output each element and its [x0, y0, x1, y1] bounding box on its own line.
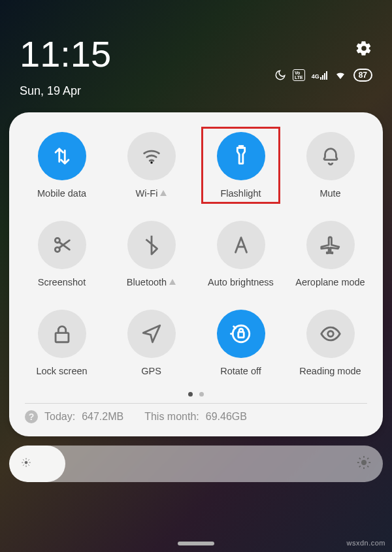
status-date: Sun, 19 Apr [20, 84, 111, 98]
chevron-icon [169, 279, 176, 285]
chevron-icon [160, 190, 167, 196]
flashlight-icon[interactable] [217, 132, 265, 180]
scissors-icon[interactable] [38, 221, 86, 269]
data-arrows-icon[interactable] [38, 132, 86, 180]
svg-line-15 [367, 466, 368, 467]
clock-time: 11:15 [20, 36, 111, 73]
usage-month-value: 69.46GB [206, 411, 247, 423]
settings-icon[interactable] [355, 40, 372, 59]
quick-settings-panel: Mobile data Wi-Fi Flashlight Mute Screen… [9, 112, 383, 436]
tile-label: Screenshot [38, 277, 86, 287]
network-4g-icon: 4G [312, 71, 327, 80]
brightness-low-icon [21, 457, 31, 470]
usage-today-label: Today: [44, 411, 75, 423]
tile-label: Reading mode [299, 366, 361, 376]
wifi-status-icon [334, 69, 347, 81]
nav-handle[interactable] [178, 542, 214, 545]
lock-icon[interactable] [38, 310, 86, 358]
tile-wi-fi[interactable]: Wi-Fi [110, 128, 192, 203]
tile-label: Mute [319, 188, 340, 199]
bell-icon[interactable] [306, 132, 355, 180]
svg-line-14 [359, 458, 361, 459]
usage-today-value: 647.2MB [82, 411, 123, 423]
tile-screenshot[interactable]: Screenshot [21, 217, 103, 291]
svg-line-5 [23, 459, 24, 460]
watermark: wsxdn.com [346, 539, 385, 547]
letter-a-icon[interactable] [217, 221, 265, 269]
svg-line-17 [367, 458, 368, 459]
status-icons: VoLTE 4G 87 [274, 69, 372, 82]
page-indicator[interactable] [21, 392, 371, 397]
info-icon: ? [25, 410, 38, 423]
tile-label: GPS [141, 366, 161, 376]
bluetooth-icon[interactable] [127, 221, 176, 269]
rotate-lock-icon[interactable] [217, 310, 265, 358]
svg-point-0 [25, 461, 27, 464]
tile-mute[interactable]: Mute [289, 128, 371, 203]
volte-icon: VoLTE [293, 69, 305, 81]
battery-indicator: 87 [353, 69, 372, 82]
tile-gps[interactable]: GPS [110, 306, 192, 380]
brightness-slider[interactable] [9, 446, 383, 482]
dnd-icon [274, 69, 286, 81]
svg-line-8 [28, 459, 29, 460]
tile-label: Aeroplane mode [295, 277, 365, 287]
wifi-icon[interactable] [127, 132, 176, 180]
tile-rotate-off[interactable]: Rotate off [200, 306, 282, 380]
usage-month-label: This month: [144, 411, 199, 423]
tile-mobile-data[interactable]: Mobile data [21, 128, 103, 203]
brightness-high-icon [357, 455, 371, 472]
tile-lock-screen[interactable]: Lock screen [21, 306, 103, 380]
svg-line-7 [23, 464, 24, 465]
tile-reading-mode[interactable]: Reading mode [289, 306, 371, 380]
tile-bluetooth[interactable]: Bluetooth [110, 217, 192, 291]
tile-aeroplane-mode[interactable]: Aeroplane mode [289, 217, 371, 291]
tile-auto-brightness[interactable]: Auto brightness [200, 217, 282, 291]
svg-line-6 [28, 464, 29, 465]
tile-flashlight[interactable]: Flashlight [200, 128, 282, 203]
tile-label: Lock screen [36, 366, 87, 376]
tile-label: Rotate off [220, 366, 261, 376]
divider [25, 403, 367, 404]
tile-label: Wi-Fi [136, 188, 167, 199]
data-usage-row[interactable]: ? Today: 647.2MB This month: 69.46GB [21, 410, 371, 427]
tile-label: Bluetooth [127, 277, 176, 287]
svg-line-16 [359, 466, 361, 467]
tile-label: Flashlight [220, 188, 261, 199]
airplane-icon[interactable] [306, 221, 355, 269]
eye-icon[interactable] [306, 310, 355, 358]
tile-label: Mobile data [37, 188, 86, 199]
svg-point-9 [361, 460, 366, 464]
navigate-icon[interactable] [127, 310, 176, 358]
tile-label: Auto brightness [208, 277, 274, 287]
